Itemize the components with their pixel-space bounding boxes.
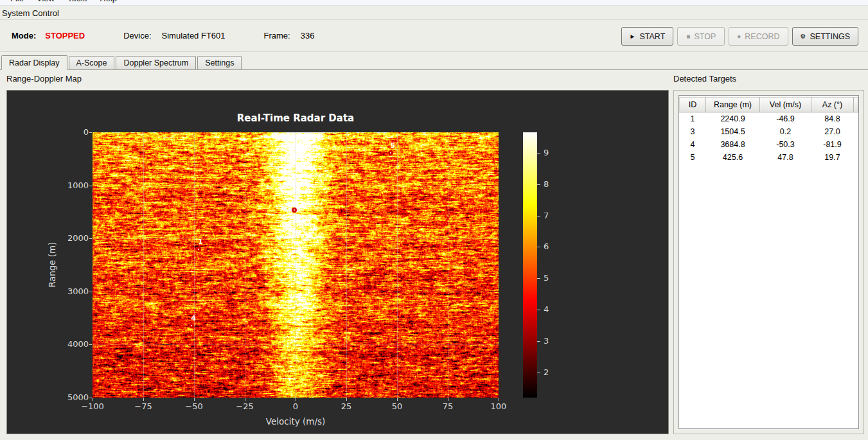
frame-label: Frame: xyxy=(264,31,290,40)
mode-label: Mode: xyxy=(12,31,36,40)
menu-view[interactable]: View xyxy=(30,0,61,5)
y-tick-mark xyxy=(89,186,92,186)
x-tick-mark xyxy=(448,398,448,401)
x-axis-label: Velocity (m/s) xyxy=(93,416,499,427)
colorbar-tick-mark xyxy=(537,373,540,373)
device-value: Simulated FT601 xyxy=(162,31,226,40)
target-marker-label-4: 4 xyxy=(187,314,200,322)
target-range: 425.6 xyxy=(706,151,760,164)
menu-tools[interactable]: Tools xyxy=(61,0,93,5)
column-header-filler xyxy=(854,98,858,112)
colorbar-tick-mark xyxy=(537,153,540,154)
target-row[interactable]: 31504.50.227.0 xyxy=(680,125,858,138)
x-tick-mark xyxy=(296,398,296,401)
stop-button-label: STOP xyxy=(694,32,716,41)
status-readouts: Mode: STOPPED Device: Simulated FT601 Fr… xyxy=(12,20,314,51)
system-control-bar: Mode: STOPPED Device: Simulated FT601 Fr… xyxy=(0,19,868,52)
x-tick-mark xyxy=(245,398,245,401)
column-header-az[interactable]: Az (°) xyxy=(811,98,854,112)
tab-radar-display[interactable]: Radar Display xyxy=(1,55,67,70)
target-row[interactable]: 43684.8-50.3-81.9 xyxy=(680,138,858,151)
x-tick-label: −100 xyxy=(73,401,112,411)
x-tick-mark xyxy=(499,398,499,401)
stop-button[interactable]: ■STOP xyxy=(677,27,725,46)
column-header-vel-m-s[interactable]: Vel (m/s) xyxy=(760,98,811,112)
detected-targets-label: Detected Targets xyxy=(673,74,736,84)
tab-a-scope[interactable]: A-Scope xyxy=(69,56,115,69)
target-filler xyxy=(854,112,858,125)
x-tick-label: 25 xyxy=(327,401,366,411)
record-button[interactable]: ●RECORD xyxy=(729,27,788,46)
x-tick-mark xyxy=(93,398,93,401)
target-marker-3[interactable] xyxy=(292,207,297,213)
tab-settings[interactable]: Settings xyxy=(197,56,242,69)
x-tick-label: 75 xyxy=(429,401,467,411)
control-buttons: ►START■STOP●RECORD⚙SETTINGS xyxy=(621,27,858,46)
app-window: FileViewToolsHelp System Control Mode: S… xyxy=(0,0,868,440)
tab-bar: Radar DisplayA-ScopeDoppler SpectrumSett… xyxy=(0,55,868,70)
menu-file[interactable]: File xyxy=(4,0,30,5)
colorbar-tick-mark xyxy=(537,341,540,342)
target-vel: 47.8 xyxy=(760,151,811,164)
y-axis-label: Range (m) xyxy=(47,242,57,288)
target-az: 19.7 xyxy=(811,151,854,164)
target-id: 1 xyxy=(680,112,706,125)
colorbar-tick-label: 5 xyxy=(544,273,563,283)
targets-table-container: IDRange (m)Vel (m/s)Az (°) 12240.9-46.98… xyxy=(678,95,859,429)
target-id: 5 xyxy=(680,151,706,164)
x-tick-mark xyxy=(397,398,398,401)
detected-targets-panel: IDRange (m)Vel (m/s)Az (°) 12240.9-46.98… xyxy=(673,90,864,434)
colorbar-tick-label: 2 xyxy=(544,367,563,377)
menu-bar: FileViewToolsHelp xyxy=(0,0,868,6)
settings-button[interactable]: ⚙SETTINGS xyxy=(792,27,858,46)
target-marker-1[interactable] xyxy=(196,247,201,252)
device-label: Device: xyxy=(123,31,151,40)
y-tick-mark xyxy=(89,398,92,398)
colorbar-tick-mark xyxy=(537,278,540,279)
colorbar-tick-label: 3 xyxy=(544,336,563,346)
x-tick-label: −25 xyxy=(226,401,264,411)
y-tick-mark xyxy=(89,238,92,239)
colorbar-tick-label: 7 xyxy=(544,211,563,220)
stop-icon: ■ xyxy=(686,33,690,40)
colorbar-tick-mark xyxy=(537,216,540,216)
column-header-range-m[interactable]: Range (m) xyxy=(706,98,760,112)
range-doppler-figure-panel: Real-Time Radar Data Velocity (m/s) Rang… xyxy=(6,90,669,434)
y-tick-label: 1000 xyxy=(55,180,89,190)
colorbar-tick-label: 6 xyxy=(544,242,563,251)
record-icon: ● xyxy=(737,33,741,40)
range-doppler-map-label: Range-Doppler Map xyxy=(6,74,82,84)
system-control-title: System Control xyxy=(2,8,59,18)
colorbar-tick-label: 8 xyxy=(544,179,563,189)
column-header-id[interactable]: ID xyxy=(680,98,706,112)
record-button-label: RECORD xyxy=(745,32,779,41)
target-filler xyxy=(854,125,858,138)
x-tick-label: −75 xyxy=(124,401,163,411)
target-range: 3684.8 xyxy=(706,138,760,151)
y-tick-label: 4000 xyxy=(55,339,89,349)
target-range: 1504.5 xyxy=(706,125,760,138)
target-id: 4 xyxy=(680,138,706,151)
x-tick-mark xyxy=(194,398,195,401)
y-tick-mark xyxy=(89,292,92,292)
target-row[interactable]: 12240.9-46.984.8 xyxy=(680,112,858,125)
x-tick-label: 100 xyxy=(479,401,518,411)
x-tick-label: −50 xyxy=(175,401,213,411)
start-button[interactable]: ►START xyxy=(621,27,674,46)
x-tick-mark xyxy=(143,398,144,401)
y-tick-mark xyxy=(89,132,92,133)
colorbar-tick-label: 4 xyxy=(544,304,563,314)
tab-doppler-spectrum[interactable]: Doppler Spectrum xyxy=(116,56,196,69)
colorbar-tick-mark xyxy=(537,184,540,185)
menu-help[interactable]: Help xyxy=(93,0,123,5)
chart-title: Real-Time Radar Data xyxy=(93,112,499,124)
target-vel: -46.9 xyxy=(760,112,811,125)
y-tick-label: 5000 xyxy=(55,392,89,402)
target-az: -81.9 xyxy=(811,138,854,151)
play-icon: ► xyxy=(630,33,636,40)
y-tick-mark xyxy=(89,344,92,345)
y-tick-label: 2000 xyxy=(55,233,89,243)
start-button-label: START xyxy=(639,32,665,41)
target-row[interactable]: 5425.647.819.7 xyxy=(680,151,858,164)
x-tick-label: 50 xyxy=(378,401,416,411)
